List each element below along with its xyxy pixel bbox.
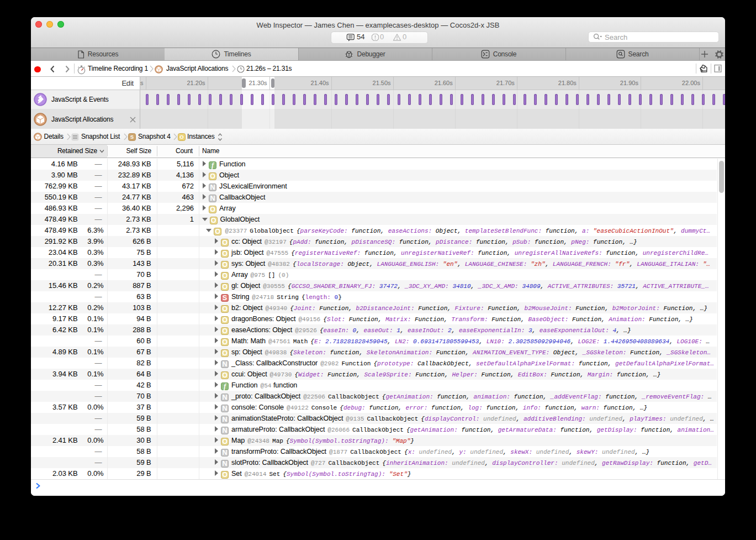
svg-text:S: S — [130, 134, 134, 140]
svg-text:O: O — [179, 134, 183, 140]
